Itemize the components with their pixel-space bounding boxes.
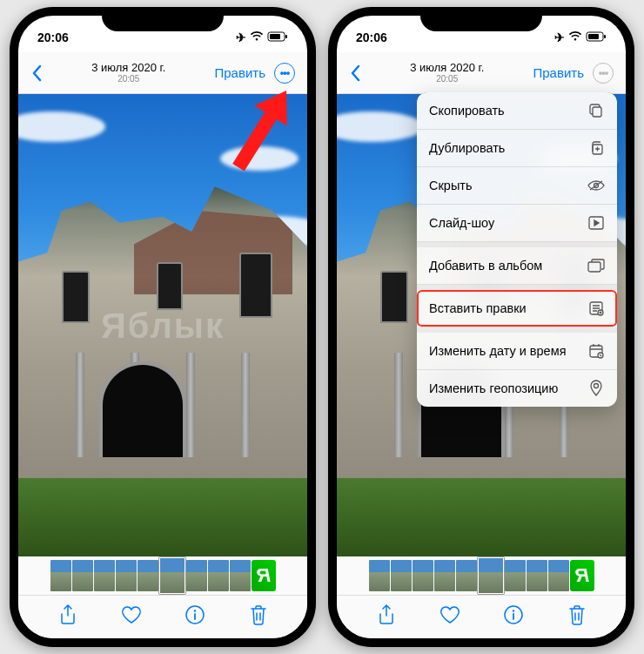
svg-rect-14 [588, 262, 600, 272]
copy-icon [587, 102, 605, 119]
nav-date: 3 июля 2020 г. [91, 61, 165, 75]
edit-button[interactable]: Править [214, 65, 265, 80]
svg-point-19 [594, 384, 599, 388]
thumbnail[interactable] [413, 560, 433, 591]
info-button[interactable] [502, 603, 525, 626]
nav-date: 3 июля 2020 г. [410, 61, 484, 75]
screen: 20:06 ✈︎ 3 июля 2020 г. 20:05 Править ••… [18, 16, 307, 638]
delete-button[interactable] [566, 603, 588, 626]
info-button[interactable] [184, 603, 206, 626]
duplicate-icon [587, 139, 605, 157]
phone-right: 20:06 ✈︎ 3 июля 2020 г. 20:05 Править ••… [328, 7, 634, 647]
status-time: 20:06 [356, 30, 387, 44]
nav-title: 3 июля 2020 г. 20:05 [91, 61, 165, 85]
menu-label: Дублировать [429, 141, 505, 155]
favorite-button[interactable] [120, 603, 143, 626]
nav-time: 20:05 [410, 74, 484, 84]
thumbnail[interactable] [548, 560, 569, 591]
menu-label: Скрыть [429, 179, 473, 192]
phone-left: 20:06 ✈︎ 3 июля 2020 г. 20:05 Править ••… [10, 7, 316, 647]
share-button[interactable] [57, 603, 79, 626]
svg-rect-7 [604, 35, 606, 38]
app-logo: R [570, 560, 594, 591]
svg-rect-2 [285, 35, 287, 38]
thumbnail[interactable] [230, 560, 251, 591]
thumbnail[interactable] [456, 560, 477, 591]
menu-copy[interactable]: Скопировать [417, 92, 617, 130]
thumbnail[interactable] [505, 560, 526, 591]
wifi-icon [568, 30, 582, 44]
menu-label: Изменить дату и время [429, 344, 567, 358]
battery-icon [267, 30, 288, 44]
menu-change-date[interactable]: Изменить дату и время [417, 333, 617, 370]
favorite-button[interactable] [439, 603, 461, 626]
more-button[interactable]: ••• [593, 63, 614, 84]
photo-viewer[interactable]: Яблык [18, 94, 307, 556]
menu-hide[interactable]: Скрыть [417, 167, 617, 205]
menu-change-location[interactable]: Изменить геопозицию [417, 370, 617, 407]
svg-point-9 [512, 610, 513, 611]
menu-duplicate[interactable]: Дублировать [417, 130, 617, 167]
calendar-icon [587, 342, 605, 360]
toolbar [337, 595, 626, 638]
album-icon [587, 257, 605, 274]
thumbnail[interactable] [369, 560, 390, 591]
menu-paste-edits[interactable]: Вставить правки [417, 290, 617, 327]
edit-button[interactable]: Править [533, 65, 584, 80]
screen: 20:06 ✈︎ 3 июля 2020 г. 20:05 Править ••… [337, 16, 626, 638]
location-icon [587, 380, 605, 397]
paste-edits-icon [587, 300, 605, 317]
thumbnail-strip[interactable]: R [18, 556, 307, 595]
menu-label: Слайд-шоу [429, 216, 494, 230]
thumbnail[interactable] [391, 560, 412, 591]
menu-label: Вставить правки [429, 301, 527, 315]
back-button[interactable] [30, 64, 43, 82]
slideshow-icon [587, 214, 605, 232]
svg-rect-1 [270, 34, 280, 39]
thumbnail[interactable] [50, 560, 71, 591]
nav-time: 20:05 [91, 74, 165, 84]
thumbnail[interactable] [138, 560, 158, 591]
hide-icon [587, 177, 605, 194]
more-button[interactable]: ••• [274, 63, 295, 84]
menu-slideshow[interactable]: Слайд-шоу [417, 205, 617, 242]
svg-rect-6 [588, 34, 599, 39]
share-button[interactable] [375, 603, 398, 626]
back-button[interactable] [349, 64, 361, 82]
status-indicators: ✈︎ [554, 30, 607, 44]
menu-add-album[interactable]: Добавить в альбом [417, 247, 617, 285]
notch [102, 7, 224, 31]
wifi-icon [250, 30, 264, 44]
thumbnail[interactable] [186, 560, 207, 591]
thumbnail[interactable] [208, 560, 229, 591]
airplane-icon: ✈︎ [236, 30, 246, 44]
battery-icon [586, 30, 607, 44]
thumbnail-strip[interactable]: R [337, 556, 626, 595]
thumbnail[interactable] [116, 560, 137, 591]
nav-bar: 3 июля 2020 г. 20:05 Править ••• [337, 52, 626, 94]
airplane-icon: ✈︎ [554, 30, 565, 44]
thumbnail[interactable] [94, 560, 115, 591]
app-logo: R [252, 560, 276, 591]
thumbnail[interactable] [72, 560, 93, 591]
context-menu: Скопировать Дублировать Скрыть Слайд-шоу… [417, 92, 617, 407]
nav-bar: 3 июля 2020 г. 20:05 Править ••• [18, 52, 307, 94]
thumbnail-active[interactable] [159, 557, 185, 594]
menu-label: Скопировать [429, 104, 505, 118]
thumbnail-active[interactable] [478, 557, 504, 594]
watermark: Яблык [101, 306, 225, 345]
menu-label: Изменить геопозицию [429, 381, 558, 395]
status-indicators: ✈︎ [236, 30, 288, 44]
notch [420, 7, 542, 31]
thumbnail[interactable] [527, 560, 547, 591]
delete-button[interactable] [247, 603, 270, 626]
status-time: 20:06 [37, 30, 69, 44]
menu-label: Добавить в альбом [429, 259, 542, 273]
nav-title: 3 июля 2020 г. 20:05 [410, 61, 484, 85]
svg-point-4 [193, 610, 195, 611]
thumbnail[interactable] [434, 560, 455, 591]
svg-rect-10 [593, 107, 601, 117]
toolbar [18, 595, 307, 638]
